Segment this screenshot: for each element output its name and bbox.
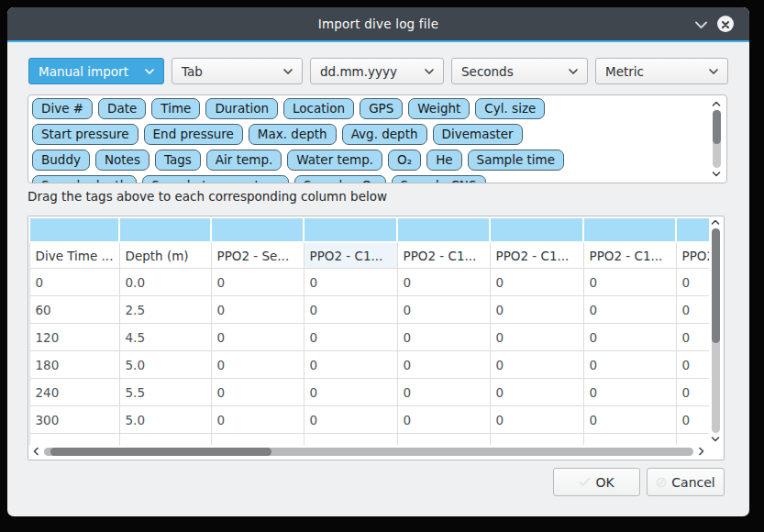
table-row: 00.0000000 — [29, 269, 709, 296]
close-button[interactable] — [717, 16, 734, 32]
table-cell: 0 — [29, 269, 119, 296]
tag-start-pressure[interactable]: Start pressure — [32, 124, 138, 145]
close-icon — [721, 16, 730, 33]
column-header[interactable]: Depth (m) — [119, 242, 211, 269]
chevron-right-icon[interactable] — [696, 447, 706, 456]
table-cell: 5.0 — [119, 406, 211, 434]
table-cell: 0 — [304, 406, 397, 434]
scrollbar-thumb[interactable] — [50, 448, 271, 456]
tag-date[interactable]: Date — [98, 98, 146, 119]
tag-sample-temperature[interactable]: Sample temperature — [142, 175, 289, 183]
checkmark-icon — [579, 477, 591, 487]
tag-time[interactable]: Time — [151, 98, 200, 119]
titlebar[interactable]: Import dive log file — [7, 7, 749, 42]
chevron-up-icon[interactable] — [712, 100, 721, 108]
column-drop-target[interactable] — [676, 217, 709, 242]
column-drop-target[interactable] — [490, 217, 583, 242]
table-cell: 0 — [304, 324, 397, 351]
table-cell: 0 — [490, 379, 583, 406]
column-header[interactable]: Dive Time ... — [29, 242, 119, 269]
tag-cyl-size[interactable]: Cyl. size — [475, 98, 545, 119]
table-cell: 0 — [211, 324, 304, 351]
table-cell — [29, 434, 119, 446]
import-type-value: Manual import — [39, 64, 128, 79]
tag-gps[interactable]: GPS — [360, 98, 403, 119]
column-drop-target[interactable] — [304, 217, 397, 242]
tag-sample-depth[interactable]: Sample depth — [32, 175, 137, 183]
column-drop-target[interactable] — [119, 217, 211, 242]
table-cell: 0 — [397, 351, 490, 379]
date-format-combo[interactable]: dd.mm.yyyy — [310, 58, 444, 84]
table-cell: 0 — [304, 351, 397, 379]
tag-dive[interactable]: Dive # — [32, 98, 93, 119]
table-cell: 0 — [583, 269, 676, 296]
tag-sample-po[interactable]: Sample pO₂ — [294, 175, 386, 183]
table-cell: 0 — [304, 296, 397, 324]
dialog-button-row: OK Cancel — [553, 468, 725, 496]
table-cell: 0 — [211, 296, 304, 324]
scrollbar-thumb[interactable] — [712, 228, 720, 343]
table-cell: 0 — [583, 296, 676, 324]
table-cell: 120 — [29, 324, 119, 351]
table-row: 1204.5000000 — [29, 324, 709, 351]
scrollbar-track[interactable] — [44, 448, 693, 456]
scrollbar-track[interactable] — [713, 110, 721, 168]
import-type-combo[interactable]: Manual import — [28, 58, 164, 84]
chevron-up-icon[interactable] — [711, 218, 720, 227]
ok-button[interactable]: OK — [553, 468, 640, 496]
tag-water-temp[interactable]: Water temp. — [287, 150, 382, 171]
tag-location[interactable]: Location — [283, 98, 354, 119]
tag-o[interactable]: O₂ — [388, 150, 421, 171]
table-cell: 180 — [29, 351, 119, 379]
tag-weight[interactable]: Weight — [408, 98, 470, 119]
tag-sample-cns[interactable]: Sample CNS — [392, 175, 486, 183]
tag-duration[interactable]: Duration — [205, 98, 278, 119]
chevron-down-icon[interactable] — [712, 170, 721, 178]
column-header[interactable]: PPO2 - Se... — [211, 242, 304, 269]
tag-he[interactable]: He — [426, 150, 461, 171]
table-cell — [676, 434, 709, 446]
tag-buddy[interactable]: Buddy — [32, 150, 90, 171]
scrollbar-thumb[interactable] — [713, 110, 721, 144]
tag-row: BuddyNotesTagsAir temp.Water temp.O₂HeSa… — [32, 150, 706, 171]
tag-tags[interactable]: Tags — [155, 150, 201, 171]
tag-air-temp[interactable]: Air temp. — [206, 150, 282, 171]
column-drop-target[interactable] — [29, 217, 119, 242]
tag-sample-time[interactable]: Sample time — [468, 150, 564, 171]
column-drop-target[interactable] — [397, 217, 490, 242]
units-combo[interactable]: Metric — [595, 58, 728, 84]
table-cell: 0 — [397, 296, 490, 324]
column-drop-target[interactable] — [583, 217, 676, 242]
cancel-button[interactable]: Cancel — [647, 468, 725, 496]
chevron-down-icon[interactable] — [711, 435, 720, 443]
tag-end-pressure[interactable]: End pressure — [144, 124, 243, 145]
table-cell: 0 — [583, 379, 676, 406]
tag-list: Dive #DateTimeDurationLocationGPSWeightC… — [32, 98, 706, 183]
scrollbar-track[interactable] — [712, 228, 720, 433]
tag-notes[interactable]: Notes — [95, 150, 149, 171]
chevron-left-icon[interactable] — [31, 447, 41, 456]
table-cell — [119, 434, 211, 446]
field-separator-value: Tab — [182, 64, 203, 79]
column-drop-target[interactable] — [211, 217, 304, 242]
import-options-row: Manual import Tab dd.mm.yyyy Seconds Met… — [28, 58, 728, 84]
tag-pool-scrollbar[interactable] — [710, 100, 723, 178]
column-header[interactable]: PPO2 — [676, 242, 709, 269]
import-dialog-window: Import dive log file Manual import Tab d… — [7, 7, 749, 516]
tag-row: Start pressureEnd pressureMax. depthAvg.… — [32, 124, 706, 145]
column-header[interactable]: PPO2 - C1... — [397, 242, 490, 269]
field-separator-combo[interactable]: Tab — [172, 58, 303, 84]
shade-button[interactable] — [692, 17, 709, 31]
tag-avg-depth[interactable]: Avg. depth — [342, 124, 427, 145]
duration-format-combo[interactable]: Seconds — [451, 58, 588, 84]
tag-max-depth[interactable]: Max. depth — [249, 124, 337, 145]
table-cell: 0 — [397, 269, 490, 296]
tag-divemaster[interactable]: Divemaster — [433, 124, 523, 145]
column-header[interactable]: PPO2 - C1... — [490, 242, 583, 269]
column-header[interactable]: PPO2 - C1... — [304, 242, 397, 269]
table-cell — [397, 434, 490, 446]
table-row-partial — [29, 434, 709, 446]
table-horizontal-scrollbar[interactable] — [31, 445, 706, 458]
table-vertical-scrollbar[interactable] — [709, 218, 722, 443]
column-header[interactable]: PPO2 - C1... — [583, 242, 676, 269]
